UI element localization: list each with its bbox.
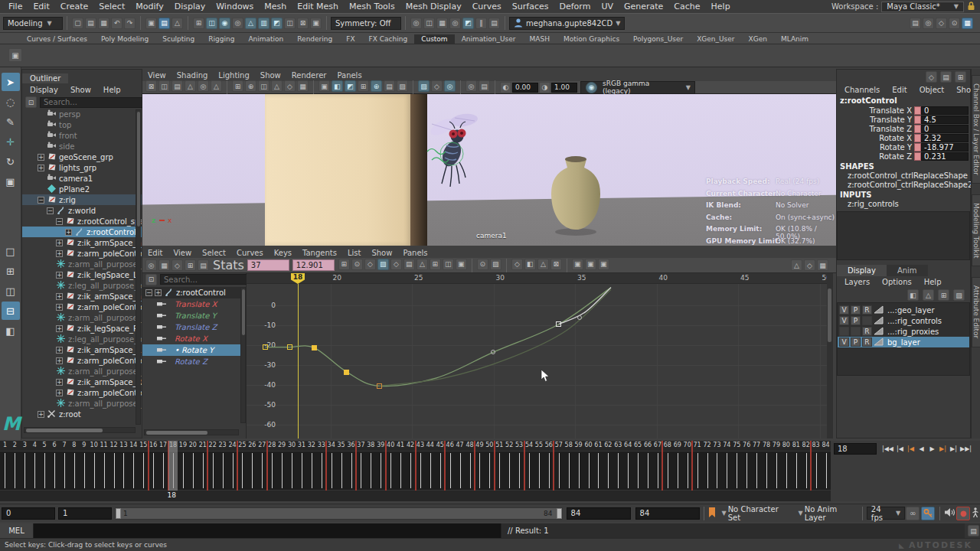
play-backwards-button[interactable]: ◀ <box>916 442 926 455</box>
viewport-menu-panels[interactable]: Panels <box>332 71 367 80</box>
frame-number[interactable]: 31 <box>297 442 307 450</box>
display-type-toggle[interactable]: R <box>862 305 872 315</box>
save-scene-icon[interactable]: ▦ <box>98 18 109 29</box>
graph-menu-keys[interactable]: Keys <box>269 249 297 257</box>
move-layer-up-icon[interactable]: ◧ <box>907 289 919 301</box>
graph-menu-panels[interactable]: Panels <box>397 249 433 257</box>
layer-swatch-icon[interactable] <box>874 317 884 325</box>
auto-load-graph-icon[interactable]: ▣ <box>572 259 583 270</box>
graph-menu-edit[interactable]: Edit <box>142 249 168 257</box>
visibility-toggle[interactable]: V <box>839 337 849 347</box>
outliner-persp-layout-icon[interactable]: ◧ <box>2 321 20 340</box>
frame-number[interactable]: 84 <box>821 442 831 450</box>
add-key-icon[interactable]: ◇ <box>804 259 815 271</box>
render-frame-icon[interactable]: ◫ <box>423 18 435 29</box>
frame-number[interactable]: 38 <box>366 442 376 450</box>
expand-icon[interactable]: + <box>56 357 63 364</box>
outliner-item-z-arm-poleControl-a-R-space[interactable]: +z:arm_poleControl_a_R_space <box>22 302 142 312</box>
expand-icon[interactable]: + <box>56 272 63 279</box>
playback-options-icon[interactable]: ∞ <box>906 507 920 520</box>
value-snap-icon[interactable]: ▣ <box>598 259 609 270</box>
frame-playback-range-icon[interactable]: ⊙ <box>351 259 363 270</box>
character-set-key-icon[interactable] <box>707 507 717 520</box>
frame-number[interactable]: 71 <box>692 442 702 450</box>
playback-end-field[interactable] <box>567 507 631 520</box>
shelf-tab-polygons-user[interactable]: Polygons_User <box>626 34 690 44</box>
insert-key-icon[interactable]: △ <box>791 259 802 271</box>
shelf-tab-fx[interactable]: FX <box>339 34 361 44</box>
move-tool-icon[interactable]: ✛ <box>2 132 20 151</box>
shelf-tab-animation-user[interactable]: Animation_User <box>455 34 523 44</box>
expand-icon[interactable]: + <box>155 289 162 296</box>
shelf-tab-curves-surfaces[interactable]: Curves / Surfaces <box>20 34 94 44</box>
snap-projected-center-icon[interactable]: ◎ <box>232 18 243 29</box>
frame-number[interactable]: 46 <box>445 442 455 450</box>
channel-rotate-x[interactable]: Rotate X <box>838 133 969 142</box>
fps-dropdown[interactable]: 24 fps▼ <box>867 507 905 520</box>
frame-number[interactable]: 69 <box>672 442 682 450</box>
shelf-tab-mlanim[interactable]: MLAnim <box>774 34 815 44</box>
channel-box-menu-channels[interactable]: Channels <box>838 85 886 95</box>
retime-tool-icon[interactable]: ▤ <box>198 259 209 271</box>
outliner-vertical-scrollbar[interactable] <box>136 109 141 425</box>
menu-windows[interactable]: Windows <box>211 2 259 11</box>
shelf-tab-rigging[interactable]: Rigging <box>201 34 241 44</box>
frame-number[interactable]: 16 <box>149 442 158 450</box>
outliner-item-lights-grp[interactable]: +lights_grp <box>22 162 142 173</box>
graph-menu-show[interactable]: Show <box>366 249 397 257</box>
expand-icon[interactable]: + <box>65 229 72 236</box>
layer-swatch-icon[interactable] <box>874 306 884 315</box>
outliner-horizontal-scrollbar[interactable] <box>24 427 136 433</box>
spline-tangent-icon[interactable]: ◇ <box>390 259 402 270</box>
auto-tangent-icon[interactable]: ▨ <box>377 259 389 270</box>
channel-box-menu-edit[interactable]: Edit <box>886 85 913 95</box>
menu-select[interactable]: Select <box>93 2 130 11</box>
graph-menu-list[interactable]: List <box>342 249 366 257</box>
frame-number[interactable]: 73 <box>712 442 722 450</box>
outliner-item-z-arm-poleControl-R-space1[interactable]: +z:arm_poleControl_R_space1 <box>22 387 142 398</box>
stats-value-field[interactable] <box>292 259 335 271</box>
graph-channel-rotate-z[interactable]: Rotate Z <box>142 356 246 367</box>
frame-number[interactable]: 55 <box>534 442 544 450</box>
command-language-button[interactable]: MEL <box>0 523 34 538</box>
menu-generate[interactable]: Generate <box>619 2 668 11</box>
xray-icon[interactable]: ▨ <box>418 80 430 92</box>
wireframe-on-shaded-icon[interactable]: ⊞ <box>358 80 369 92</box>
display-type-toggle[interactable]: R <box>862 327 872 336</box>
outliner-item-z-ik-armSpace-R[interactable]: +z:ik_armSpace_R <box>22 377 142 387</box>
frame-number[interactable]: 9 <box>79 442 89 450</box>
scale-tool-icon[interactable]: ▣ <box>2 172 20 191</box>
single-pane-layout-icon[interactable]: □ <box>2 242 20 260</box>
frame-number[interactable]: 81 <box>791 442 801 450</box>
jar-object[interactable] <box>544 153 609 237</box>
anim-layer-selector[interactable]: No Anim Layer <box>805 505 858 522</box>
frame-number[interactable]: 52 <box>505 442 514 450</box>
outliner-item-z-ik-legSpace-L[interactable]: +z:ik_legSpace_L <box>22 269 142 280</box>
time-snap-icon[interactable]: ▣ <box>585 259 596 270</box>
stats-display-icon[interactable]: ▦ <box>817 259 828 271</box>
menu-display[interactable]: Display <box>169 2 211 11</box>
shelf-tab-poly-modeling[interactable]: Poly Modeling <box>94 34 155 44</box>
auto-keyframe-toggle-icon[interactable] <box>921 507 935 520</box>
render-settings-icon[interactable]: ◎ <box>449 18 461 29</box>
frame-number[interactable]: 20 <box>188 442 198 450</box>
resolution-gate-icon[interactable]: ◫ <box>258 80 270 92</box>
layer-menu-layers[interactable]: Layers <box>838 277 876 287</box>
menu-deform[interactable]: Deform <box>554 2 596 11</box>
channel-translate-z[interactable]: Translate Z <box>838 124 969 133</box>
chevron-down-icon[interactable]: ▼ <box>799 510 803 517</box>
tool-settings-toggle-icon[interactable]: ◇ <box>936 18 947 29</box>
sidebar-tab-modeling-toolkit[interactable]: Modeling Toolkit <box>972 194 980 267</box>
menu-mesh-tools[interactable]: Mesh Tools <box>344 2 400 11</box>
2d-pan-zoom-icon[interactable]: ◎ <box>198 80 209 92</box>
frame-number[interactable]: 61 <box>593 442 603 450</box>
smooth-shade-icon[interactable]: ◧ <box>332 80 343 92</box>
animation-start-field[interactable] <box>2 507 55 520</box>
step-back-frame-button[interactable]: |◀ <box>895 442 905 455</box>
break-tangents-icon[interactable]: ◇ <box>511 259 523 270</box>
user-account-chip[interactable]: meghana.gupte842CD▼ <box>509 17 625 30</box>
go-to-end-button[interactable]: ▶▶| <box>959 442 972 455</box>
menu-uv[interactable]: UV <box>596 2 619 11</box>
expand-icon[interactable]: + <box>56 379 63 386</box>
make-live-icon[interactable]: ▥ <box>258 18 270 29</box>
